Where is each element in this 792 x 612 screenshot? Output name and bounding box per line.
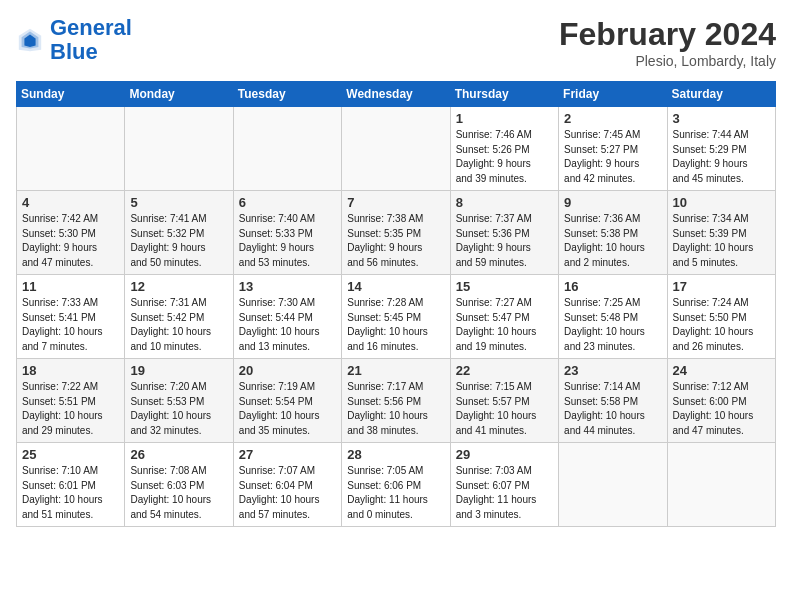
calendar-cell: 11Sunrise: 7:33 AM Sunset: 5:41 PM Dayli… xyxy=(17,275,125,359)
calendar-cell xyxy=(233,107,341,191)
col-header-thursday: Thursday xyxy=(450,82,558,107)
calendar-cell xyxy=(17,107,125,191)
calendar-cell: 5Sunrise: 7:41 AM Sunset: 5:32 PM Daylig… xyxy=(125,191,233,275)
day-number: 9 xyxy=(564,195,661,210)
calendar-table: SundayMondayTuesdayWednesdayThursdayFrid… xyxy=(16,81,776,527)
month-year: February 2024 xyxy=(559,16,776,53)
calendar-week-4: 18Sunrise: 7:22 AM Sunset: 5:51 PM Dayli… xyxy=(17,359,776,443)
calendar-cell xyxy=(667,443,775,527)
day-number: 29 xyxy=(456,447,553,462)
calendar-header: SundayMondayTuesdayWednesdayThursdayFrid… xyxy=(17,82,776,107)
day-info: Sunrise: 7:45 AM Sunset: 5:27 PM Dayligh… xyxy=(564,128,661,186)
logo: General Blue xyxy=(16,16,132,64)
day-number: 3 xyxy=(673,111,770,126)
day-info: Sunrise: 7:38 AM Sunset: 5:35 PM Dayligh… xyxy=(347,212,444,270)
day-number: 19 xyxy=(130,363,227,378)
day-info: Sunrise: 7:24 AM Sunset: 5:50 PM Dayligh… xyxy=(673,296,770,354)
calendar-cell: 4Sunrise: 7:42 AM Sunset: 5:30 PM Daylig… xyxy=(17,191,125,275)
day-number: 20 xyxy=(239,363,336,378)
day-number: 10 xyxy=(673,195,770,210)
day-number: 13 xyxy=(239,279,336,294)
day-info: Sunrise: 7:19 AM Sunset: 5:54 PM Dayligh… xyxy=(239,380,336,438)
logo-text: General Blue xyxy=(50,16,132,64)
day-number: 21 xyxy=(347,363,444,378)
day-info: Sunrise: 7:37 AM Sunset: 5:36 PM Dayligh… xyxy=(456,212,553,270)
day-number: 6 xyxy=(239,195,336,210)
day-number: 24 xyxy=(673,363,770,378)
calendar-week-5: 25Sunrise: 7:10 AM Sunset: 6:01 PM Dayli… xyxy=(17,443,776,527)
day-number: 4 xyxy=(22,195,119,210)
day-number: 27 xyxy=(239,447,336,462)
day-number: 7 xyxy=(347,195,444,210)
col-header-wednesday: Wednesday xyxy=(342,82,450,107)
calendar-week-1: 1Sunrise: 7:46 AM Sunset: 5:26 PM Daylig… xyxy=(17,107,776,191)
day-info: Sunrise: 7:33 AM Sunset: 5:41 PM Dayligh… xyxy=(22,296,119,354)
logo-icon xyxy=(16,26,44,54)
calendar-cell: 25Sunrise: 7:10 AM Sunset: 6:01 PM Dayli… xyxy=(17,443,125,527)
day-info: Sunrise: 7:41 AM Sunset: 5:32 PM Dayligh… xyxy=(130,212,227,270)
calendar-cell: 23Sunrise: 7:14 AM Sunset: 5:58 PM Dayli… xyxy=(559,359,667,443)
calendar-cell: 20Sunrise: 7:19 AM Sunset: 5:54 PM Dayli… xyxy=(233,359,341,443)
day-info: Sunrise: 7:42 AM Sunset: 5:30 PM Dayligh… xyxy=(22,212,119,270)
col-header-saturday: Saturday xyxy=(667,82,775,107)
calendar-week-3: 11Sunrise: 7:33 AM Sunset: 5:41 PM Dayli… xyxy=(17,275,776,359)
day-number: 14 xyxy=(347,279,444,294)
day-number: 2 xyxy=(564,111,661,126)
day-info: Sunrise: 7:31 AM Sunset: 5:42 PM Dayligh… xyxy=(130,296,227,354)
calendar-cell: 22Sunrise: 7:15 AM Sunset: 5:57 PM Dayli… xyxy=(450,359,558,443)
day-info: Sunrise: 7:12 AM Sunset: 6:00 PM Dayligh… xyxy=(673,380,770,438)
day-info: Sunrise: 7:27 AM Sunset: 5:47 PM Dayligh… xyxy=(456,296,553,354)
day-info: Sunrise: 7:20 AM Sunset: 5:53 PM Dayligh… xyxy=(130,380,227,438)
day-info: Sunrise: 7:10 AM Sunset: 6:01 PM Dayligh… xyxy=(22,464,119,522)
calendar-cell: 10Sunrise: 7:34 AM Sunset: 5:39 PM Dayli… xyxy=(667,191,775,275)
day-number: 17 xyxy=(673,279,770,294)
day-number: 5 xyxy=(130,195,227,210)
calendar-week-2: 4Sunrise: 7:42 AM Sunset: 5:30 PM Daylig… xyxy=(17,191,776,275)
day-info: Sunrise: 7:15 AM Sunset: 5:57 PM Dayligh… xyxy=(456,380,553,438)
calendar-cell: 21Sunrise: 7:17 AM Sunset: 5:56 PM Dayli… xyxy=(342,359,450,443)
title-block: February 2024 Plesio, Lombardy, Italy xyxy=(559,16,776,69)
day-info: Sunrise: 7:36 AM Sunset: 5:38 PM Dayligh… xyxy=(564,212,661,270)
day-info: Sunrise: 7:08 AM Sunset: 6:03 PM Dayligh… xyxy=(130,464,227,522)
col-header-tuesday: Tuesday xyxy=(233,82,341,107)
day-number: 18 xyxy=(22,363,119,378)
day-info: Sunrise: 7:25 AM Sunset: 5:48 PM Dayligh… xyxy=(564,296,661,354)
day-info: Sunrise: 7:03 AM Sunset: 6:07 PM Dayligh… xyxy=(456,464,553,522)
calendar-cell: 15Sunrise: 7:27 AM Sunset: 5:47 PM Dayli… xyxy=(450,275,558,359)
calendar-cell: 26Sunrise: 7:08 AM Sunset: 6:03 PM Dayli… xyxy=(125,443,233,527)
calendar-cell: 1Sunrise: 7:46 AM Sunset: 5:26 PM Daylig… xyxy=(450,107,558,191)
calendar-cell: 17Sunrise: 7:24 AM Sunset: 5:50 PM Dayli… xyxy=(667,275,775,359)
page-header: General Blue February 2024 Plesio, Lomba… xyxy=(16,16,776,69)
day-info: Sunrise: 7:46 AM Sunset: 5:26 PM Dayligh… xyxy=(456,128,553,186)
calendar-cell xyxy=(342,107,450,191)
calendar-cell: 2Sunrise: 7:45 AM Sunset: 5:27 PM Daylig… xyxy=(559,107,667,191)
day-number: 11 xyxy=(22,279,119,294)
day-number: 1 xyxy=(456,111,553,126)
calendar-cell: 19Sunrise: 7:20 AM Sunset: 5:53 PM Dayli… xyxy=(125,359,233,443)
location: Plesio, Lombardy, Italy xyxy=(559,53,776,69)
calendar-cell: 6Sunrise: 7:40 AM Sunset: 5:33 PM Daylig… xyxy=(233,191,341,275)
calendar-cell: 16Sunrise: 7:25 AM Sunset: 5:48 PM Dayli… xyxy=(559,275,667,359)
calendar-cell: 9Sunrise: 7:36 AM Sunset: 5:38 PM Daylig… xyxy=(559,191,667,275)
calendar-cell xyxy=(125,107,233,191)
calendar-cell: 24Sunrise: 7:12 AM Sunset: 6:00 PM Dayli… xyxy=(667,359,775,443)
day-number: 28 xyxy=(347,447,444,462)
calendar-cell: 8Sunrise: 7:37 AM Sunset: 5:36 PM Daylig… xyxy=(450,191,558,275)
day-number: 23 xyxy=(564,363,661,378)
col-header-monday: Monday xyxy=(125,82,233,107)
day-number: 12 xyxy=(130,279,227,294)
day-info: Sunrise: 7:40 AM Sunset: 5:33 PM Dayligh… xyxy=(239,212,336,270)
day-number: 15 xyxy=(456,279,553,294)
day-number: 16 xyxy=(564,279,661,294)
logo-blue: Blue xyxy=(50,39,98,64)
day-info: Sunrise: 7:34 AM Sunset: 5:39 PM Dayligh… xyxy=(673,212,770,270)
day-number: 8 xyxy=(456,195,553,210)
day-info: Sunrise: 7:17 AM Sunset: 5:56 PM Dayligh… xyxy=(347,380,444,438)
day-number: 26 xyxy=(130,447,227,462)
calendar-cell: 12Sunrise: 7:31 AM Sunset: 5:42 PM Dayli… xyxy=(125,275,233,359)
day-info: Sunrise: 7:07 AM Sunset: 6:04 PM Dayligh… xyxy=(239,464,336,522)
calendar-cell: 28Sunrise: 7:05 AM Sunset: 6:06 PM Dayli… xyxy=(342,443,450,527)
calendar-cell: 29Sunrise: 7:03 AM Sunset: 6:07 PM Dayli… xyxy=(450,443,558,527)
day-info: Sunrise: 7:28 AM Sunset: 5:45 PM Dayligh… xyxy=(347,296,444,354)
day-info: Sunrise: 7:30 AM Sunset: 5:44 PM Dayligh… xyxy=(239,296,336,354)
